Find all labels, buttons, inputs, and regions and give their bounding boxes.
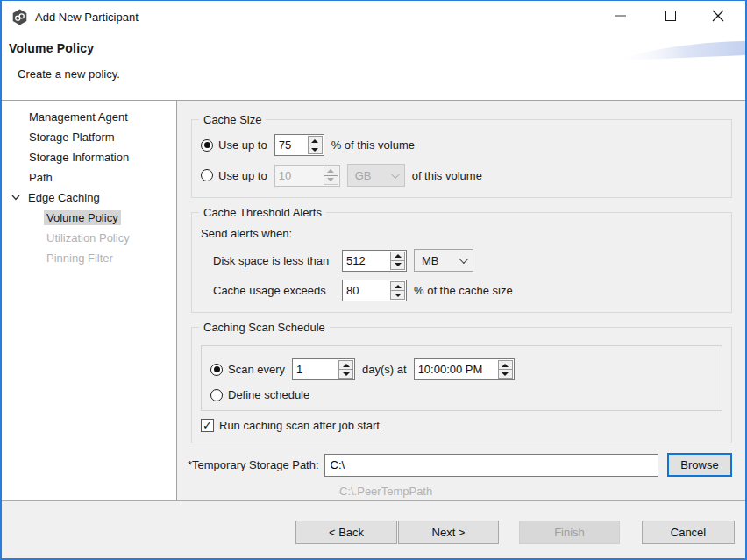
tree-item-management-agent[interactable]: Management Agent <box>2 107 176 127</box>
spinner-arrows <box>498 360 513 379</box>
fixed-size-spinner <box>274 165 340 187</box>
tree-item-path[interactable]: Path <box>2 167 176 188</box>
back-button[interactable]: < Back <box>295 521 397 544</box>
spinner-arrows <box>390 252 405 270</box>
cache-usage-value-input[interactable] <box>343 280 389 301</box>
minimize-button[interactable] <box>605 1 635 31</box>
tree-item-pinning-filter: Pinning Filter <box>2 248 176 268</box>
run-after-start-checkbox[interactable] <box>201 419 214 432</box>
disk-space-row: Disk space is less than MB <box>201 249 722 272</box>
spin-up-icon[interactable] <box>499 361 512 370</box>
temp-path-label: *Temporary Storage Path: <box>188 458 319 471</box>
cancel-button[interactable]: Cancel <box>642 521 735 544</box>
spinner-arrows <box>338 360 353 379</box>
cache-size-group-title: Cache Size <box>199 113 266 126</box>
threshold-alerts-group-title: Cache Threshold Alerts <box>199 206 326 219</box>
spin-up-icon[interactable] <box>391 282 404 291</box>
wizard-footer: < Back Next > Finish Cancel <box>2 500 745 558</box>
wizard-steps-tree: Management Agent Storage Platform Storag… <box>2 101 177 500</box>
cache-usage-spinner[interactable] <box>342 280 407 301</box>
spin-down-icon <box>324 176 338 184</box>
use-fixed-radio[interactable] <box>201 169 213 181</box>
alerts-intro-row: Send alerts when: <box>201 227 722 240</box>
maximize-icon <box>665 11 676 21</box>
scan-every-radio[interactable] <box>210 364 223 376</box>
page-title: Volume Policy <box>9 41 94 55</box>
percent-spinner[interactable] <box>274 134 324 156</box>
spin-down-icon[interactable] <box>339 370 352 378</box>
disk-space-value-input[interactable] <box>343 251 389 271</box>
maximize-button[interactable] <box>656 1 686 31</box>
scan-interval-value-input[interactable] <box>293 359 338 379</box>
spin-up-icon[interactable] <box>391 252 404 261</box>
window-title: Add New Participant <box>35 11 139 24</box>
tree-item-storage-platform[interactable]: Storage Platform <box>2 127 176 147</box>
spin-down-icon[interactable] <box>309 145 322 153</box>
spin-up-icon[interactable] <box>309 137 322 145</box>
spinner-arrows <box>308 136 323 154</box>
cache-size-group: Cache Size Use up to % of this volume <box>191 119 732 198</box>
scan-time-spinner[interactable] <box>414 358 515 380</box>
spin-down-icon[interactable] <box>391 291 404 299</box>
cache-size-fixed-row: Use up to GB of this volume <box>201 164 722 187</box>
scan-every-row: Scan every day(s) at <box>210 358 715 380</box>
threshold-alerts-group: Cache Threshold Alerts Send alerts when:… <box>191 212 732 313</box>
spinner-arrows <box>324 167 338 185</box>
define-schedule-row: Define schedule <box>210 388 715 401</box>
header-swoosh-decoration <box>614 36 745 64</box>
spin-up-icon <box>324 167 338 176</box>
size-unit-dropdown: GB <box>347 164 405 187</box>
use-percent-radio[interactable] <box>201 139 213 152</box>
percent-value-input[interactable] <box>275 135 307 155</box>
cache-usage-row: Cache usage exceeds % of the cache size <box>201 280 722 301</box>
chevron-down-icon <box>391 170 400 179</box>
tree-item-volume-policy[interactable]: Volume Policy <box>2 208 176 228</box>
dialog-window: Add New Participant Volume Policy Create… <box>0 0 747 560</box>
wizard-header: Volume Policy Create a new policy. <box>2 34 745 101</box>
temp-path-row: *Temporary Storage Path: Browse <box>191 453 732 477</box>
title-bar: Add New Participant <box>2 1 745 34</box>
scan-schedule-group: Caching Scan Schedule Scan every day(s <box>191 327 732 443</box>
app-logo-icon <box>11 9 28 28</box>
tree-item-storage-information[interactable]: Storage Information <box>2 147 176 167</box>
cache-size-percent-row: Use up to % of this volume <box>201 134 722 156</box>
close-button[interactable] <box>703 1 733 31</box>
scan-schedule-group-title: Caching Scan Schedule <box>199 321 330 334</box>
scan-interval-spinner[interactable] <box>292 358 355 380</box>
finish-button: Finish <box>519 521 620 544</box>
close-icon <box>712 10 724 22</box>
tree-item-edge-caching[interactable]: Edge Caching <box>2 188 176 208</box>
spin-down-icon[interactable] <box>499 370 512 378</box>
browse-button[interactable]: Browse <box>667 453 732 477</box>
spinner-arrows <box>390 281 405 300</box>
spin-down-icon[interactable] <box>391 261 404 269</box>
temp-path-hint: C:\.PeerTempPath <box>339 485 732 498</box>
chevron-down-icon <box>459 255 468 264</box>
page-subtitle: Create a new policy. <box>18 67 120 81</box>
fixed-size-value-input <box>275 166 323 186</box>
disk-space-spinner[interactable] <box>342 250 407 272</box>
disk-space-unit-dropdown[interactable]: MB <box>414 249 473 272</box>
run-after-start-row: Run caching scan after job start <box>201 419 722 432</box>
next-button[interactable]: Next > <box>398 521 499 544</box>
scan-time-value-input[interactable] <box>415 359 497 379</box>
define-schedule-radio[interactable] <box>210 389 223 401</box>
spin-up-icon[interactable] <box>339 361 352 370</box>
chevron-down-icon[interactable] <box>9 191 23 205</box>
schedule-options-box: Scan every day(s) at <box>201 345 722 411</box>
minimize-icon <box>615 15 626 17</box>
tree-item-utilization-policy: Utilization Policy <box>2 228 176 248</box>
temp-path-input[interactable] <box>324 454 658 477</box>
policy-form: Cache Size Use up to % of this volume <box>177 101 745 500</box>
